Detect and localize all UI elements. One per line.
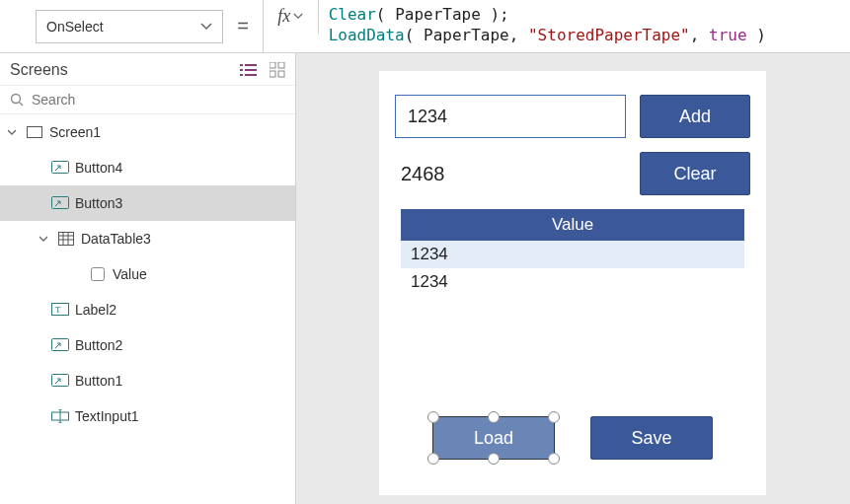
equals-sign: = <box>233 15 253 37</box>
tree-label: Button1 <box>75 373 122 389</box>
svg-line-11 <box>20 103 24 107</box>
tree-label: Button3 <box>75 195 122 211</box>
resize-handle[interactable] <box>427 453 439 465</box>
resize-handle[interactable] <box>548 411 560 423</box>
tree-label: TextInput1 <box>75 408 139 424</box>
textinput-icon <box>51 408 69 424</box>
tree-label: Value <box>113 266 147 282</box>
search-input[interactable] <box>32 92 285 108</box>
table-header: Value <box>401 209 744 241</box>
tree-label: DataTable3 <box>81 231 151 247</box>
tree-button3[interactable]: Button3 <box>0 185 295 221</box>
label-icon: T <box>51 302 69 318</box>
svg-rect-6 <box>270 62 275 68</box>
list-view-icon[interactable] <box>240 63 258 77</box>
svg-rect-2 <box>240 69 243 71</box>
svg-rect-15 <box>59 233 74 246</box>
canvas-area[interactable]: 1234 Add 2468 Clear Value 1234 1234 Load <box>296 53 850 504</box>
tree-screen1[interactable]: Screen1 <box>0 114 295 150</box>
tree-label: Label2 <box>75 302 116 318</box>
table-icon <box>57 231 75 247</box>
svg-rect-8 <box>270 71 275 77</box>
button-icon <box>51 337 69 353</box>
formula-area: fx Clear( PaperTape ); LoadData( PaperTa… <box>263 0 842 53</box>
tree-textinput1[interactable]: TextInput1 <box>0 398 295 434</box>
property-label: OnSelect <box>46 19 104 35</box>
svg-rect-9 <box>278 71 284 77</box>
chevron-down-icon <box>200 23 212 31</box>
formula-input[interactable]: Clear( PaperTape ); LoadData( PaperTape,… <box>319 0 842 53</box>
button-icon <box>51 373 69 389</box>
app-screen: 1234 Add 2468 Clear Value 1234 1234 Load <box>379 71 766 495</box>
tree-button4[interactable]: Button4 <box>0 150 295 185</box>
tree-label2[interactable]: T Label2 <box>0 292 295 327</box>
clear-button[interactable]: Clear <box>640 152 750 195</box>
tree-button1[interactable]: Button1 <box>0 363 295 398</box>
resize-handle[interactable] <box>488 453 500 465</box>
svg-rect-5 <box>245 74 257 76</box>
table-row[interactable]: 1234 <box>401 241 744 268</box>
tree-value-col[interactable]: Value <box>0 256 295 292</box>
tree-label: Button4 <box>75 160 122 176</box>
resize-handle[interactable] <box>488 411 500 423</box>
formula-bar: OnSelect = fx Clear( PaperTape ); LoadDa… <box>0 0 850 53</box>
tree-sidebar: Screens <box>0 53 296 504</box>
caret-down-icon <box>8 128 20 136</box>
sidebar-title: Screens <box>10 61 68 79</box>
resize-handle[interactable] <box>427 411 439 423</box>
svg-rect-20 <box>92 268 105 281</box>
resize-handle[interactable] <box>548 453 560 465</box>
tree-view: Screen1 Button4 Button3 DataTable3 <box>0 114 295 504</box>
search-icon <box>10 93 24 107</box>
column-icon <box>89 266 107 282</box>
button-icon <box>51 160 69 176</box>
tree-button2[interactable]: Button2 <box>0 327 295 363</box>
number-input[interactable]: 1234 <box>395 95 626 138</box>
grid-view-icon[interactable] <box>270 62 285 78</box>
svg-point-10 <box>12 95 21 104</box>
button-icon <box>51 195 69 211</box>
property-dropdown[interactable]: OnSelect <box>36 10 223 43</box>
tree-label: Screen1 <box>49 124 101 140</box>
add-button[interactable]: Add <box>640 95 750 138</box>
svg-rect-3 <box>245 69 257 71</box>
table-row[interactable]: 1234 <box>401 268 744 296</box>
svg-rect-0 <box>240 64 243 66</box>
fx-button[interactable]: fx <box>264 0 319 34</box>
svg-rect-1 <box>245 64 257 66</box>
search-row <box>0 86 295 114</box>
screen-icon <box>26 124 43 140</box>
svg-rect-4 <box>240 74 243 76</box>
tree-datatable3[interactable]: DataTable3 <box>0 221 295 256</box>
caret-down-icon <box>39 235 51 243</box>
result-label: 2468 <box>395 163 626 185</box>
svg-rect-12 <box>28 127 42 138</box>
save-button[interactable]: Save <box>590 416 713 460</box>
svg-rect-7 <box>278 62 284 68</box>
data-table[interactable]: Value 1234 1234 <box>401 209 744 296</box>
svg-text:T: T <box>55 305 61 315</box>
load-button[interactable]: Load <box>432 416 555 460</box>
tree-label: Button2 <box>75 337 122 353</box>
